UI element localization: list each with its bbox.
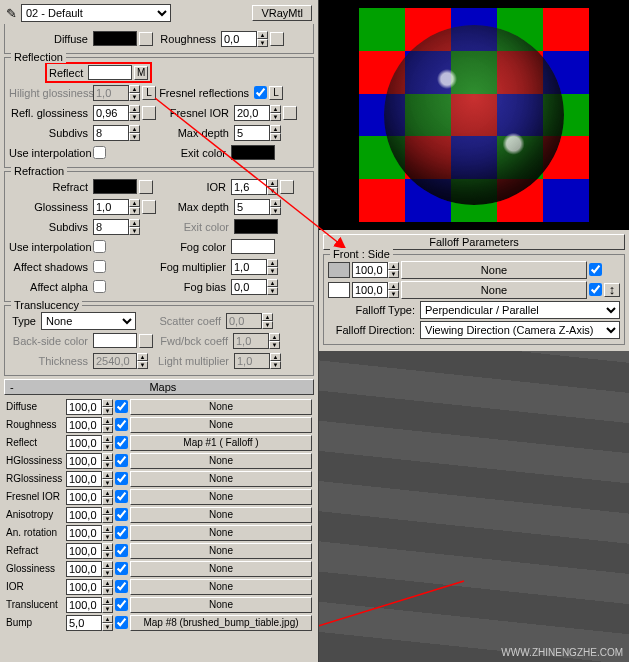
map-enable-check[interactable] bbox=[115, 580, 128, 593]
fresnel-lock-button[interactable]: L bbox=[269, 86, 283, 100]
refr-gloss-spinner[interactable]: ▲▼ bbox=[93, 199, 140, 215]
fog-color-swatch[interactable] bbox=[231, 239, 275, 254]
fog-bias-spinner[interactable]: ▲▼ bbox=[231, 279, 278, 295]
falloff-front-check[interactable] bbox=[589, 263, 602, 276]
refr-exit-color-swatch[interactable] bbox=[234, 219, 278, 234]
roughness-map-slot[interactable] bbox=[270, 32, 284, 46]
map-slot-button[interactable]: Map #8 (brushed_bump_tiable.jpg) bbox=[130, 615, 312, 631]
map-slot-button[interactable]: None bbox=[130, 489, 312, 505]
map-slot-button[interactable]: None bbox=[130, 543, 312, 559]
falloff-side-check[interactable] bbox=[589, 283, 602, 296]
hilight-lock-button[interactable]: L bbox=[142, 86, 156, 100]
refract-swatch[interactable] bbox=[93, 179, 137, 194]
map-slot-button[interactable]: None bbox=[130, 525, 312, 541]
map-amount-spinner[interactable]: ▲▼ bbox=[66, 507, 113, 523]
refr-subdivs-spinner[interactable]: ▲▼ bbox=[93, 219, 140, 235]
map-enable-check[interactable] bbox=[115, 436, 128, 449]
map-amount-spinner[interactable]: ▲▼ bbox=[66, 579, 113, 595]
reflect-map-slot[interactable]: M bbox=[134, 66, 148, 80]
back-side-map-slot[interactable] bbox=[139, 334, 153, 348]
refr-gloss-map-slot[interactable] bbox=[142, 200, 156, 214]
scatter-spinner[interactable]: ▲▼ bbox=[226, 313, 273, 329]
map-enable-check[interactable] bbox=[115, 418, 128, 431]
fwd-spinner[interactable]: ▲▼ bbox=[233, 333, 280, 349]
refl-gloss-spinner[interactable]: ▲▼ bbox=[93, 105, 140, 121]
material-type-button[interactable]: VRayMtl bbox=[252, 5, 312, 21]
refr-ior-map-slot[interactable] bbox=[280, 180, 294, 194]
map-slot-button[interactable]: None bbox=[130, 417, 312, 433]
map-enable-check[interactable] bbox=[115, 562, 128, 575]
light-mult-spinner[interactable]: ▲▼ bbox=[234, 353, 281, 369]
map-enable-check[interactable] bbox=[115, 490, 128, 503]
refr-interp-check[interactable] bbox=[93, 240, 106, 253]
falloff-side-spinner[interactable]: ▲▼ bbox=[352, 282, 399, 298]
map-slot-button[interactable]: None bbox=[130, 471, 312, 487]
thick-spinner[interactable]: ▲▼ bbox=[93, 353, 148, 369]
maps-rollout-header[interactable]: Maps bbox=[4, 379, 314, 395]
refl-gloss-map-slot[interactable] bbox=[142, 106, 156, 120]
refl-maxdepth-spinner[interactable]: ▲▼ bbox=[234, 125, 281, 141]
map-enable-check[interactable] bbox=[115, 544, 128, 557]
map-amount-spinner[interactable]: ▲▼ bbox=[66, 489, 113, 505]
falloff-front-swatch[interactable] bbox=[328, 262, 350, 278]
falloff-dir-label: Falloff Direction: bbox=[328, 324, 418, 336]
map-slot-button[interactable]: None bbox=[130, 561, 312, 577]
refl-exit-color-swatch[interactable] bbox=[231, 145, 275, 160]
refr-maxdepth-spinner[interactable]: ▲▼ bbox=[234, 199, 281, 215]
map-amount-spinner[interactable]: ▲▼ bbox=[66, 399, 113, 415]
map-enable-check[interactable] bbox=[115, 400, 128, 413]
material-name-select[interactable]: 02 - Default bbox=[21, 4, 171, 22]
map-row-label: Translucent bbox=[6, 599, 64, 610]
refl-subdivs-spinner[interactable]: ▲▼ bbox=[93, 125, 140, 141]
affect-shadows-check[interactable] bbox=[93, 260, 106, 273]
map-enable-check[interactable] bbox=[115, 508, 128, 521]
map-enable-check[interactable] bbox=[115, 454, 128, 467]
refr-subdivs-label: Subdivs bbox=[9, 221, 91, 233]
diffuse-map-slot[interactable] bbox=[139, 32, 153, 46]
diffuse-swatch[interactable] bbox=[93, 31, 137, 46]
reflect-swatch[interactable] bbox=[88, 65, 132, 80]
map-slot-button[interactable]: None bbox=[130, 579, 312, 595]
falloff-front-spinner[interactable]: ▲▼ bbox=[352, 262, 399, 278]
map-slot-button[interactable]: None bbox=[130, 507, 312, 523]
fresnel-ior-map-slot[interactable] bbox=[283, 106, 297, 120]
falloff-swap-button[interactable]: ↕ bbox=[604, 283, 620, 297]
fresnel-refl-check[interactable] bbox=[254, 86, 267, 99]
falloff-side-swatch[interactable] bbox=[328, 282, 350, 298]
map-row-label: Fresnel IOR bbox=[6, 491, 64, 502]
map-amount-spinner[interactable]: ▲▼ bbox=[66, 597, 113, 613]
map-slot-button[interactable]: None bbox=[130, 399, 312, 415]
back-side-swatch[interactable] bbox=[93, 333, 137, 348]
map-enable-check[interactable] bbox=[115, 616, 128, 629]
material-preview bbox=[319, 0, 629, 230]
map-amount-spinner[interactable]: ▲▼ bbox=[66, 615, 113, 631]
trans-type-select[interactable]: None bbox=[41, 312, 136, 330]
falloff-type-select[interactable]: Perpendicular / Parallel bbox=[420, 301, 620, 319]
map-slot-button[interactable]: Map #1 ( Falloff ) bbox=[130, 435, 312, 451]
fresnel-ior-spinner[interactable]: ▲▼ bbox=[234, 105, 281, 121]
map-amount-spinner[interactable]: ▲▼ bbox=[66, 417, 113, 433]
hilight-gloss-spinner[interactable]: ▲▼ bbox=[93, 85, 140, 101]
falloff-dir-select[interactable]: Viewing Direction (Camera Z-Axis) bbox=[420, 321, 620, 339]
falloff-side-map-button[interactable]: None bbox=[401, 281, 587, 299]
fog-mult-spinner[interactable]: ▲▼ bbox=[231, 259, 278, 275]
map-slot-button[interactable]: None bbox=[130, 453, 312, 469]
refr-ior-spinner[interactable]: ▲▼ bbox=[231, 179, 278, 195]
refl-interp-check[interactable] bbox=[93, 146, 106, 159]
map-amount-spinner[interactable]: ▲▼ bbox=[66, 453, 113, 469]
map-amount-spinner[interactable]: ▲▼ bbox=[66, 471, 113, 487]
map-amount-spinner[interactable]: ▲▼ bbox=[66, 543, 113, 559]
eyedropper-icon[interactable]: ✎ bbox=[6, 6, 17, 21]
affect-alpha-check[interactable] bbox=[93, 280, 106, 293]
map-amount-spinner[interactable]: ▲▼ bbox=[66, 525, 113, 541]
roughness-spinner[interactable]: ▲▼ bbox=[221, 31, 268, 47]
map-enable-check[interactable] bbox=[115, 472, 128, 485]
map-amount-spinner[interactable]: ▲▼ bbox=[66, 561, 113, 577]
map-enable-check[interactable] bbox=[115, 526, 128, 539]
map-amount-spinner[interactable]: ▲▼ bbox=[66, 435, 113, 451]
map-slot-button[interactable]: None bbox=[130, 597, 312, 613]
map-enable-check[interactable] bbox=[115, 598, 128, 611]
refl-gloss-label: Refl. glossiness bbox=[9, 107, 91, 119]
falloff-front-map-button[interactable]: None bbox=[401, 261, 587, 279]
refract-map-slot[interactable] bbox=[139, 180, 153, 194]
